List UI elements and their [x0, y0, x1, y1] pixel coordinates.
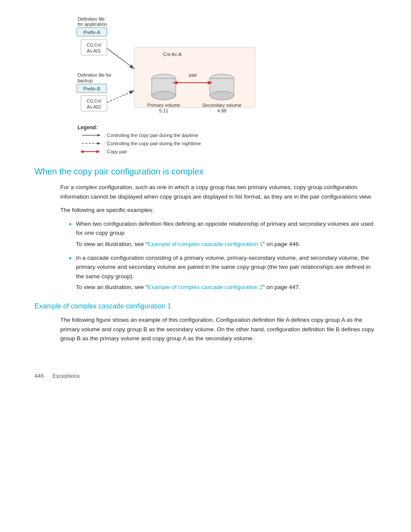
def-file-app-label: Definition file: [78, 16, 105, 22]
legend-title: Legend:: [78, 124, 98, 131]
arrow-prefix-b: [107, 90, 134, 103]
legend-double-left: [80, 150, 84, 153]
bullet-dot-1: •: [69, 218, 72, 231]
secondary-vol-label: Secondary volume: [202, 103, 241, 108]
bullet-text-1: When two configuration definition files …: [76, 221, 373, 236]
page: Definition file for application Prefix-A…: [0, 0, 411, 405]
cg-cnt-a-line2: Ac-A01: [87, 49, 101, 53]
legend-dashed-desc: : Controlling the copy pair during the n…: [104, 141, 201, 146]
footer-section: Exceptions: [53, 373, 80, 379]
primary-vol-label: Primary volume: [147, 103, 180, 108]
bullet-item-2: • In a cascade configuration consisting …: [69, 253, 377, 292]
bullet-subtext-prefix-2: To view an illustration, see “: [76, 284, 147, 290]
cg-cnt-b-line1: CG.Cnt: [87, 99, 101, 103]
cg-cnt-a-line1: CG.Cnt: [87, 43, 101, 47]
footer-text: 446 Exceptions: [34, 373, 377, 379]
bullet-list: • When two configuration definition file…: [69, 219, 377, 292]
secondary-vol-bottom: [210, 91, 234, 100]
def-file-backup-label: Definition file for: [78, 72, 112, 78]
footer: 446 Exceptions: [34, 369, 377, 379]
legend-solid-desc: : Controlling the copy pair during the d…: [104, 133, 198, 138]
bullet-link-2[interactable]: Example of complex cascade configuration…: [147, 284, 263, 290]
legend-double-desc: : Copy pair: [104, 149, 128, 154]
bullet-content-2: In a cascade configuration consisting of…: [76, 253, 377, 292]
arrow-prefix-a: [107, 48, 134, 69]
section1-heading: When the copy pair configuration is comp…: [34, 167, 377, 177]
legend-dashed-arrow: [97, 142, 101, 145]
pair-label: pair: [189, 72, 197, 78]
primary-vol-bottom: [152, 91, 176, 100]
bullet-item-1: • When two configuration definition file…: [69, 219, 377, 249]
bullet-subtext-1: To view an illustration, see “Example of…: [76, 240, 377, 249]
prefix-a-label: Prefix-A: [83, 30, 100, 35]
diagram-svg: Definition file for application Prefix-A…: [34, 13, 284, 155]
diagram-container: Definition file for application Prefix-A…: [34, 13, 377, 156]
cnt-ac-a-label: Cnt Ac-A: [163, 52, 182, 57]
prefix-b-label: Prefix-B: [83, 86, 100, 91]
legend-solid-arrow: [97, 134, 101, 137]
bullet-text-2: In a cascade configuration consisting of…: [76, 255, 371, 280]
footer-page-number: 446: [34, 373, 44, 379]
def-file-app-label2: for application: [78, 22, 107, 27]
bullet-dot-2: •: [69, 252, 72, 265]
bullet-subtext-prefix-1: To view an illustration, see “: [76, 241, 147, 247]
section1-intro: For a complex configuration, such as one…: [60, 183, 377, 201]
bullet-link-1[interactable]: Example of complex cascade configuration…: [147, 241, 263, 247]
def-file-backup-label2: backup: [78, 78, 93, 83]
bullet-subtext-2: To view an illustration, see “Example of…: [76, 283, 377, 292]
bullet-subtext-suffix-2: ” on page 447.: [263, 284, 300, 290]
section2-heading: Example of complex cascade configuration…: [34, 302, 377, 310]
section2-body: The following figure shows an example of…: [60, 315, 377, 343]
section1-following: The following are specific examples:: [60, 205, 377, 215]
bullet-subtext-suffix-1: ” on page 446.: [263, 241, 300, 247]
cg-cnt-b-line2: Ac-A02: [87, 105, 101, 109]
primary-vol-number: 5:11: [159, 108, 168, 113]
secondary-vol-number: 4:88: [217, 108, 226, 113]
bullet-content-1: When two configuration definition files …: [76, 219, 377, 249]
legend-double-right: [97, 150, 100, 153]
